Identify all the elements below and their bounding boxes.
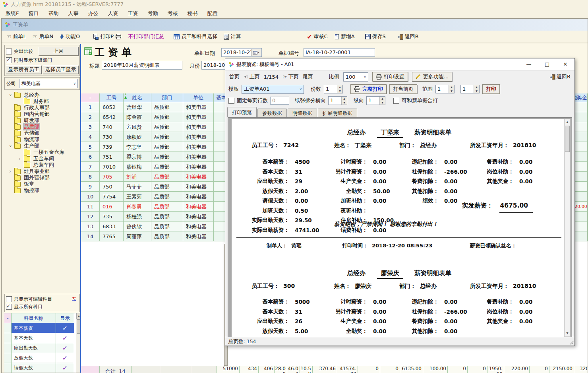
- header-unit[interactable]: 单位: [183, 93, 214, 102]
- cell-unit[interactable]: 和美电器: [183, 142, 214, 152]
- subject-row[interactable]: 基本薪资 ✓: [4, 323, 80, 333]
- cell-dept[interactable]: 品质部: [151, 221, 183, 231]
- more-functions-button[interactable]: 更多功能...: [412, 72, 452, 82]
- cell-empno[interactable]: 6542: [100, 112, 124, 122]
- return-button[interactable]: 返回R: [398, 33, 419, 40]
- cell-unit[interactable]: 和美电器: [183, 122, 214, 132]
- cell-dept[interactable]: 品质部: [151, 182, 183, 192]
- cell-other-bonus[interactable]: [574, 122, 588, 132]
- close-button[interactable]: ✕: [556, 58, 574, 70]
- cell-name[interactable]: 梁宗博: [124, 152, 151, 162]
- print-button[interactable]: 打印: [482, 84, 500, 94]
- header-dept[interactable]: 部门: [151, 93, 183, 102]
- cell-unit[interactable]: 和美电器: [183, 182, 214, 192]
- cell-name[interactable]: 曾伙钦: [124, 221, 151, 231]
- menu-item[interactable]: 办公: [88, 10, 98, 17]
- only-editable-subjects-checkbox[interactable]: [6, 296, 12, 302]
- preview-scrollbar[interactable]: ▲ ▼: [564, 119, 571, 337]
- subject-row[interactable]: 请假天数 ✓: [4, 363, 80, 373]
- cell-name[interactable]: 杨桂强: [124, 212, 151, 221]
- menu-item[interactable]: 考核: [167, 10, 178, 17]
- cell-unit[interactable]: 和美电器: [183, 221, 214, 231]
- check-icon[interactable]: ✓: [62, 364, 68, 372]
- cell-unit[interactable]: 和美电器: [183, 202, 214, 212]
- cell-other-bonus[interactable]: [574, 132, 588, 142]
- cell-empno[interactable]: 7010: [100, 162, 124, 172]
- cell-name[interactable]: 曹煜华: [124, 102, 151, 112]
- dialog-tab[interactable]: 明细数据: [288, 109, 317, 117]
- dialog-tab[interactable]: 扩展明细数据: [318, 109, 357, 117]
- tree-item[interactable]: 生产部: [4, 143, 80, 149]
- cell-name[interactable]: 肖春勇: [124, 202, 151, 212]
- menu-item[interactable]: 人资: [108, 10, 118, 17]
- cell-dept[interactable]: 品质部: [151, 212, 183, 221]
- cell-unit[interactable]: 和美电器: [183, 112, 214, 122]
- cell-unit[interactable]: 和美电器: [183, 102, 214, 112]
- cell-empno[interactable]: 735: [100, 212, 124, 221]
- cell-other-bonus[interactable]: [574, 212, 588, 221]
- cell-other-bonus[interactable]: [574, 192, 588, 202]
- cell-dept[interactable]: 品质部: [151, 152, 183, 162]
- prev-page-button[interactable]: ☜上页: [244, 73, 260, 80]
- calculate-button[interactable]: 计算: [224, 33, 241, 40]
- cell-empno[interactable]: 7765: [100, 231, 124, 241]
- show-all-employees-button[interactable]: 显示所有员工: [6, 65, 41, 74]
- functions-button[interactable]: 功能O: [60, 33, 80, 40]
- minimize-button[interactable]: —: [520, 58, 538, 70]
- header-empno[interactable]: 工号: [100, 93, 124, 102]
- cell-dept[interactable]: 品质部: [151, 122, 183, 132]
- print-settings-button[interactable]: 打印设置: [372, 72, 408, 82]
- cell-name[interactable]: 陈金霞: [124, 112, 151, 122]
- select-employees-button[interactable]: 选择员工显示: [43, 65, 78, 74]
- menu-item[interactable]: 帮助: [48, 10, 58, 17]
- tree-item[interactable]: 一楼五金仓库: [4, 149, 80, 155]
- tree-item[interactable]: 五金车间: [4, 155, 80, 162]
- cell-unit[interactable]: 和美电器: [183, 152, 214, 162]
- cell-dept[interactable]: 品质部: [151, 192, 183, 202]
- cell-unit[interactable]: 和美电器: [183, 192, 214, 202]
- copies-stepper[interactable]: 1▲▼: [324, 85, 343, 93]
- subject-field[interactable]: 2018年10月薪资明细表: [102, 61, 182, 70]
- print-button[interactable]: 打印P: [93, 33, 122, 40]
- cell-other-bonus[interactable]: [574, 102, 588, 112]
- merge-print-checkbox[interactable]: [393, 98, 399, 104]
- cell-dept[interactable]: 品质部: [151, 112, 183, 122]
- cell-unit[interactable]: 和美电器: [183, 231, 214, 241]
- cell-empno[interactable]: 705: [100, 172, 124, 182]
- scroll-up-icon[interactable]: ▲: [565, 119, 570, 125]
- cell-empno[interactable]: 730: [100, 132, 124, 142]
- subject-header-name[interactable]: 科目名称: [12, 313, 56, 323]
- audit-button[interactable]: ✔审核C: [307, 33, 327, 41]
- fixed-rows-field[interactable]: 0: [270, 97, 289, 105]
- cell-name[interactable]: 廖钰梅: [124, 162, 151, 172]
- cell-empno[interactable]: 6052: [100, 102, 124, 112]
- menu-item[interactable]: 考勤: [147, 10, 158, 17]
- cell-other-bonus[interactable]: [574, 231, 588, 241]
- tree-item[interactable]: 总经办: [4, 92, 80, 98]
- resize-grip[interactable]: [569, 340, 574, 345]
- cell-dept[interactable]: 品质部: [151, 231, 183, 241]
- cell-unit[interactable]: 和美电器: [183, 212, 214, 221]
- next-page-button[interactable]: ☞下页: [282, 73, 299, 80]
- cell-dept[interactable]: 品质部: [151, 172, 183, 182]
- no-dept-summary-button[interactable]: 不打印部门汇总: [128, 33, 164, 40]
- print-current-page-button[interactable]: 打当前页: [389, 84, 417, 94]
- cell-name[interactable]: 马菲菲: [124, 182, 151, 192]
- subject-row[interactable]: 基本天数 ✓: [4, 333, 80, 343]
- check-icon[interactable]: ✓: [62, 354, 68, 362]
- subject-header-show[interactable]: 显示: [56, 313, 74, 323]
- last-page-button[interactable]: 尾页: [303, 73, 313, 80]
- fixed-rows-checkbox[interactable]: [228, 98, 234, 104]
- scroll-down-icon[interactable]: ▼: [565, 330, 570, 336]
- dialog-tab[interactable]: 参数数据: [257, 109, 287, 117]
- cell-empno[interactable]: 750: [100, 182, 124, 192]
- cell-empno[interactable]: 7754: [100, 192, 124, 202]
- menu-item[interactable]: 秘书: [187, 10, 197, 17]
- menu-item[interactable]: 窗口: [28, 10, 39, 17]
- cell-name[interactable]: 周丽萍: [124, 231, 151, 241]
- cell-other-bonus[interactable]: [574, 172, 588, 182]
- cell-dept[interactable]: 品质部: [151, 202, 183, 212]
- cell-unit[interactable]: 和美电器: [183, 132, 214, 142]
- first-page-button[interactable]: 首页: [229, 73, 240, 80]
- employee-subject-select-button[interactable]: 员工和科目选择: [174, 33, 217, 40]
